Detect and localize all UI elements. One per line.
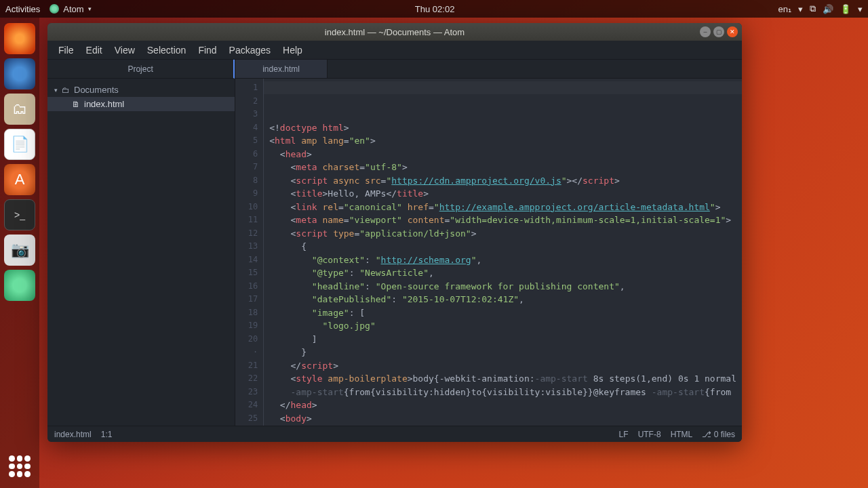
tree-folder-documents[interactable]: ▾ 🗀 Documents bbox=[47, 83, 235, 97]
editor-tabs: index.html bbox=[235, 60, 742, 79]
thunderbird-launcher[interactable] bbox=[4, 58, 35, 89]
app-name-label: Atom bbox=[63, 4, 83, 14]
status-encoding[interactable]: UTF-8 bbox=[638, 430, 661, 439]
atom-launcher[interactable] bbox=[4, 270, 35, 301]
show-apps-button[interactable] bbox=[9, 455, 31, 477]
menu-bar: File Edit View Selection Find Packages H… bbox=[47, 41, 742, 60]
atom-window: index.html — ~/Documents — Atom – ▢ ✕ Fi… bbox=[47, 23, 742, 442]
status-cursor-pos[interactable]: 1:1 bbox=[101, 430, 113, 439]
window-titlebar[interactable]: index.html — ~/Documents — Atom – ▢ ✕ bbox=[47, 23, 742, 41]
software-launcher[interactable]: A bbox=[4, 164, 35, 195]
terminal-launcher[interactable]: >_ bbox=[4, 199, 35, 230]
screenshot-launcher[interactable]: 📷 bbox=[4, 235, 35, 266]
atom-icon bbox=[50, 4, 59, 14]
status-eol[interactable]: LF bbox=[619, 430, 629, 439]
file-icon: 🗎 bbox=[72, 100, 80, 109]
file-label: index.html bbox=[84, 99, 124, 109]
maximize-button[interactable]: ▢ bbox=[713, 26, 724, 37]
writer-launcher[interactable]: 📄 bbox=[4, 129, 35, 160]
menu-help[interactable]: Help bbox=[277, 42, 308, 58]
status-file[interactable]: index.html bbox=[54, 430, 92, 439]
battery-icon[interactable]: 🔋 bbox=[840, 4, 851, 14]
minimize-button[interactable]: – bbox=[700, 26, 711, 37]
files-launcher[interactable]: 🗂 bbox=[4, 94, 35, 125]
menu-find[interactable]: Find bbox=[193, 42, 222, 58]
status-language[interactable]: HTML bbox=[671, 430, 693, 439]
chevron-down-icon: ▾ bbox=[858, 4, 863, 14]
chevron-down-icon: ▾ bbox=[798, 4, 803, 14]
tab-index-html[interactable]: index.html bbox=[235, 60, 328, 78]
status-git[interactable]: ⎇ 0 files bbox=[702, 430, 735, 439]
dock: 🗂 📄 A >_ 📷 bbox=[0, 18, 39, 488]
volume-icon[interactable]: 🔊 bbox=[823, 4, 833, 14]
network-icon[interactable]: ⧉ bbox=[810, 3, 816, 14]
status-bar: index.html 1:1 LF UTF-8 HTML ⎇ 0 files bbox=[47, 426, 742, 442]
activities-button[interactable]: Activities bbox=[5, 4, 40, 14]
menu-file[interactable]: File bbox=[53, 42, 79, 58]
project-tab[interactable]: Project bbox=[47, 60, 235, 79]
folder-label: Documents bbox=[74, 85, 119, 95]
code-editor[interactable]: 1234567891011121314151617181920·21222324… bbox=[235, 79, 742, 426]
menu-view[interactable]: View bbox=[109, 42, 140, 58]
folder-icon: 🗀 bbox=[62, 85, 70, 95]
menu-edit[interactable]: Edit bbox=[81, 42, 108, 58]
desktop-topbar: Activities Atom ▾ Thu 02:02 en₁ ▾ ⧉ 🔊 🔋 … bbox=[0, 0, 868, 18]
tree-file-index[interactable]: 🗎 index.html bbox=[47, 97, 235, 111]
code-content[interactable]: <!doctype html><html amp lang="en"> <hea… bbox=[264, 79, 742, 426]
close-button[interactable]: ✕ bbox=[727, 26, 738, 37]
git-icon: ⎇ bbox=[702, 430, 711, 439]
menu-packages[interactable]: Packages bbox=[224, 42, 276, 58]
window-title: index.html — ~/Documents — Atom bbox=[325, 27, 465, 37]
chevron-down-icon: ▾ bbox=[54, 87, 58, 94]
project-sidebar: Project ▾ 🗀 Documents 🗎 index.html bbox=[47, 60, 235, 426]
current-app-indicator[interactable]: Atom ▾ bbox=[50, 4, 91, 14]
clock[interactable]: Thu 02:02 bbox=[92, 4, 778, 14]
menu-selection[interactable]: Selection bbox=[142, 42, 192, 58]
line-gutter: 1234567891011121314151617181920·21222324… bbox=[235, 79, 264, 426]
lang-indicator[interactable]: en₁ bbox=[778, 4, 791, 14]
firefox-launcher[interactable] bbox=[4, 23, 35, 54]
